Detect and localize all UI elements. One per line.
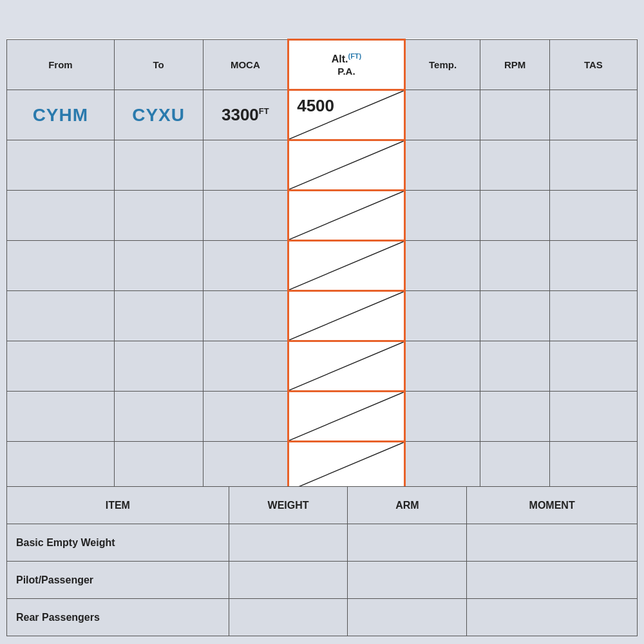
- header-alt-ft-text: (FT): [348, 52, 361, 60]
- cell-to-3[interactable]: [114, 191, 203, 241]
- moment-value-3[interactable]: [467, 599, 638, 636]
- cell-rpm-3[interactable]: [480, 191, 550, 241]
- cell-tas-5[interactable]: [549, 291, 637, 341]
- item-label-3: Rear Passengers: [7, 599, 229, 636]
- svg-line-7: [289, 442, 404, 491]
- arm-value-2[interactable]: [348, 562, 467, 599]
- cell-from-3[interactable]: [7, 191, 115, 241]
- cell-alt-2[interactable]: [289, 140, 405, 191]
- cell-from-5[interactable]: [7, 291, 115, 341]
- item-label-2: Pilot/Passenger: [7, 562, 229, 599]
- cell-to-1[interactable]: CYXU: [114, 90, 203, 140]
- svg-line-2: [289, 191, 404, 240]
- cell-temp-5[interactable]: [404, 291, 480, 341]
- cell-tas-3[interactable]: [549, 191, 637, 241]
- cell-from-8[interactable]: [7, 442, 115, 492]
- cell-moca-3[interactable]: [203, 191, 289, 241]
- cell-from-1[interactable]: CYHM: [7, 90, 115, 140]
- table-row: [7, 291, 638, 341]
- cell-temp-4[interactable]: [404, 241, 480, 291]
- cell-temp-7[interactable]: [404, 392, 480, 442]
- moment-value-2[interactable]: [467, 562, 638, 599]
- col-header-to: To: [114, 40, 203, 90]
- cell-alt-6[interactable]: [289, 341, 405, 392]
- cell-to-5[interactable]: [114, 291, 203, 341]
- cell-alt-4[interactable]: [289, 241, 405, 291]
- weight-row-1: Basic Empty Weight: [7, 524, 638, 562]
- cell-rpm-4[interactable]: [480, 241, 550, 291]
- alt-val-text-1: 4500: [297, 96, 334, 116]
- arm-value-1[interactable]: [348, 524, 467, 562]
- cell-alt-1[interactable]: 4500: [289, 90, 405, 140]
- cell-moca-5[interactable]: [203, 291, 289, 341]
- cell-tas-4[interactable]: [549, 241, 637, 291]
- weight-value-2[interactable]: [229, 562, 348, 599]
- col-header-moment: MOMENT: [467, 487, 638, 524]
- table-row: [7, 341, 638, 392]
- cell-moca-2[interactable]: [203, 140, 289, 191]
- header-temp-text: Temp.: [429, 59, 457, 70]
- col-header-moca: MOCA: [203, 40, 289, 90]
- header-from-text: From: [48, 59, 73, 70]
- header-alt-pa-text: P.A.: [337, 66, 355, 77]
- svg-line-4: [289, 292, 404, 340]
- cell-rpm-1[interactable]: [480, 90, 550, 140]
- cell-tas-6[interactable]: [549, 341, 637, 392]
- cell-alt-5[interactable]: [289, 291, 405, 341]
- col-header-tas: TAS: [549, 40, 637, 90]
- weight-row-3: Rear Passengers: [7, 599, 638, 636]
- cell-temp-2[interactable]: [404, 140, 480, 191]
- cell-rpm-8[interactable]: [480, 442, 550, 492]
- svg-line-3: [289, 242, 404, 290]
- cell-alt-8[interactable]: [289, 442, 405, 492]
- cell-to-8[interactable]: [114, 442, 203, 492]
- cell-from-7[interactable]: [7, 392, 115, 442]
- cell-rpm-2[interactable]: [480, 140, 550, 191]
- cell-to-7[interactable]: [114, 392, 203, 442]
- cell-temp-3[interactable]: [404, 191, 480, 241]
- svg-line-5: [289, 342, 404, 390]
- table-row: [7, 191, 638, 241]
- cell-tas-8[interactable]: [549, 442, 637, 492]
- cell-tas-2[interactable]: [549, 140, 637, 191]
- svg-line-6: [289, 392, 404, 440]
- weight-value-3[interactable]: [229, 599, 348, 636]
- cell-rpm-6[interactable]: [480, 341, 550, 392]
- cell-moca-8[interactable]: [203, 442, 289, 492]
- arm-value-3[interactable]: [348, 599, 467, 636]
- cell-from-4[interactable]: [7, 241, 115, 291]
- col-header-from: From: [7, 40, 115, 90]
- cell-temp-1[interactable]: [404, 90, 480, 140]
- cell-to-4[interactable]: [114, 241, 203, 291]
- cell-alt-3[interactable]: [289, 191, 405, 241]
- cell-moca-4[interactable]: [203, 241, 289, 291]
- cell-moca-6[interactable]: [203, 341, 289, 392]
- cell-from-6[interactable]: [7, 341, 115, 392]
- table-row: [7, 241, 638, 291]
- cell-tas-1[interactable]: [549, 90, 637, 140]
- header-item-text: ITEM: [106, 500, 130, 511]
- weight-value-1[interactable]: [229, 524, 348, 562]
- header-moment-text: MOMENT: [529, 500, 575, 511]
- cell-moca-7[interactable]: [203, 392, 289, 442]
- cell-to-2[interactable]: [114, 140, 203, 191]
- flight-log-table: From To MOCA Alt.(FT) P.A.: [6, 39, 638, 493]
- header-moca-text: MOCA: [231, 59, 260, 70]
- col-header-temp: Temp.: [404, 40, 480, 90]
- cell-rpm-5[interactable]: [480, 291, 550, 341]
- cell-tas-7[interactable]: [549, 392, 637, 442]
- alt-header-container: Alt.(FT) P.A.: [293, 52, 400, 77]
- col-header-item: ITEM: [7, 487, 229, 524]
- header-alt-text: Alt.: [332, 53, 348, 64]
- cell-from-2[interactable]: [7, 140, 115, 191]
- col-header-rpm: RPM: [480, 40, 550, 90]
- moment-value-1[interactable]: [467, 524, 638, 562]
- header-to-text: To: [153, 59, 164, 70]
- alt-value-1: 4500: [289, 91, 404, 139]
- cell-alt-7[interactable]: [289, 392, 405, 442]
- cell-rpm-7[interactable]: [480, 392, 550, 442]
- cell-moca-1[interactable]: 3300FT: [203, 90, 289, 140]
- cell-to-6[interactable]: [114, 341, 203, 392]
- cell-temp-8[interactable]: [404, 442, 480, 492]
- cell-temp-6[interactable]: [404, 341, 480, 392]
